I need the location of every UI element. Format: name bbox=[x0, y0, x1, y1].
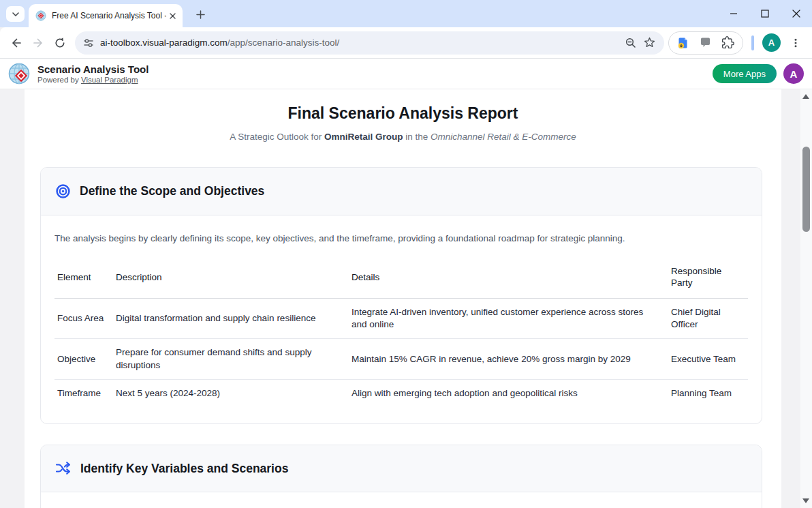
tab-title: Free AI Scenario Analysis Tool - bbox=[52, 11, 166, 20]
section-header: Define the Scope and Objectives bbox=[41, 168, 762, 215]
app-title-block: Scenario Analysis Tool Powered by Visual… bbox=[37, 63, 149, 85]
report-subtitle: A Strategic Outlook for OmniRetail Group… bbox=[25, 132, 781, 142]
app-logo-icon bbox=[8, 62, 31, 85]
table-row: Focus Area Digital transformation and su… bbox=[54, 298, 748, 338]
back-arrow-icon bbox=[10, 37, 22, 49]
subtitle-prefix: A Strategic Outlook for bbox=[230, 132, 324, 142]
tab-close-icon[interactable] bbox=[166, 10, 178, 22]
tab-search-button[interactable] bbox=[6, 6, 25, 22]
cell-element: Focus Area bbox=[54, 298, 113, 338]
url-host: ai-toolbox.visual-paradigm.com bbox=[100, 38, 228, 48]
extensions-pill bbox=[668, 31, 743, 55]
address-bar[interactable]: ai-toolbox.visual-paradigm.com/app/scena… bbox=[75, 31, 664, 55]
subtitle-industry: Omnichannel Retail & E-Commerce bbox=[431, 132, 576, 142]
chat-bubble-extension-icon[interactable] bbox=[700, 37, 711, 48]
section-scope-objectives: Define the Scope and Objectives The anal… bbox=[40, 167, 762, 424]
app-header: Scenario Analysis Tool Powered by Visual… bbox=[0, 59, 812, 89]
app-user-avatar[interactable]: A bbox=[783, 63, 804, 84]
back-button[interactable] bbox=[5, 32, 27, 54]
url-path: /app/scenario-analysis-tool/ bbox=[228, 38, 339, 48]
column-header: Description bbox=[113, 260, 349, 299]
bookmark-star-icon[interactable] bbox=[643, 36, 656, 49]
page-viewport: Final Scenario Analysis Report A Strateg… bbox=[0, 89, 812, 508]
cell-element: Objective bbox=[54, 339, 113, 379]
site-settings-icon[interactable] bbox=[83, 38, 94, 48]
section-title: Define the Scope and Objectives bbox=[80, 184, 264, 198]
report-container: Final Scenario Analysis Report A Strateg… bbox=[25, 89, 781, 508]
cell-description: Next 5 years (2024-2028) bbox=[113, 379, 349, 407]
side-panel-indicator bbox=[751, 35, 754, 50]
section-key-variables: Identify Key Variables and Scenarios Cri… bbox=[40, 445, 762, 508]
powered-by: Powered by Visual Paradigm bbox=[37, 75, 149, 85]
extensions-puzzle-icon[interactable] bbox=[721, 36, 734, 49]
section-body: The analysis begins by clearly defining … bbox=[41, 215, 762, 423]
cell-description: Prepare for consumer demand shifts and s… bbox=[113, 339, 349, 379]
reload-icon bbox=[54, 37, 66, 49]
subtitle-company: OmniRetail Group bbox=[324, 132, 403, 142]
page-title: Final Scenario Analysis Report bbox=[25, 104, 781, 123]
more-apps-button[interactable]: More Apps bbox=[713, 64, 777, 83]
page-scrollbar[interactable] bbox=[800, 89, 812, 508]
cell-details: Maintain 15% CAGR in revenue, achieve 20… bbox=[349, 339, 668, 379]
browser-profile-avatar[interactable]: A bbox=[762, 33, 781, 52]
scrollbar-down-arrow[interactable] bbox=[802, 498, 809, 503]
column-header: Responsible Party bbox=[668, 260, 748, 299]
section-title: Identify Key Variables and Scenarios bbox=[80, 462, 288, 476]
scope-table: Element Description Details Responsible … bbox=[54, 260, 748, 407]
cell-element: Timeframe bbox=[54, 379, 113, 407]
scrollbar-thumb[interactable] bbox=[802, 147, 810, 232]
zoom-out-icon[interactable] bbox=[625, 37, 637, 49]
chevron-down-icon bbox=[12, 10, 20, 18]
powered-by-prefix: Powered by bbox=[37, 76, 81, 84]
section-description: The analysis begins by clearly defining … bbox=[54, 233, 748, 245]
section-header: Identify Key Variables and Scenarios bbox=[41, 445, 762, 492]
cell-responsible: Executive Team bbox=[668, 339, 748, 379]
app-title: Scenario Analysis Tool bbox=[37, 63, 149, 75]
subtitle-middle: in the bbox=[403, 132, 431, 142]
section-body: Critical variables and plausible scenari… bbox=[41, 492, 762, 508]
cell-responsible: Planning Team bbox=[668, 379, 748, 407]
forward-button[interactable] bbox=[27, 32, 49, 54]
column-header: Element bbox=[54, 260, 113, 299]
cell-details: Integrate AI-driven inventory, unified c… bbox=[349, 298, 668, 338]
browser-titlebar: Free AI Scenario Analysis Tool - bbox=[0, 0, 812, 27]
browser-menu-button[interactable] bbox=[785, 32, 807, 54]
header-right: More Apps A bbox=[713, 63, 804, 84]
window-controls bbox=[718, 0, 812, 27]
browser-tab[interactable]: Free AI Scenario Analysis Tool - bbox=[29, 4, 183, 27]
table-row: Timeframe Next 5 years (2024-2028) Align… bbox=[54, 379, 748, 407]
scrollbar-up-arrow[interactable] bbox=[802, 94, 809, 99]
favicon-icon bbox=[35, 10, 46, 21]
url-text[interactable]: ai-toolbox.visual-paradigm.com/app/scena… bbox=[100, 38, 619, 48]
minimize-button[interactable] bbox=[718, 0, 749, 27]
reload-button[interactable] bbox=[49, 32, 71, 54]
browser-toolbar: ai-toolbox.visual-paradigm.com/app/scena… bbox=[0, 27, 812, 59]
target-icon bbox=[55, 183, 71, 199]
maximize-button[interactable] bbox=[749, 0, 781, 27]
table-header-row: Element Description Details Responsible … bbox=[54, 260, 748, 299]
cell-description: Digital transformation and supply chain … bbox=[113, 298, 349, 338]
kebab-menu-icon bbox=[791, 38, 800, 48]
close-button[interactable] bbox=[781, 0, 812, 27]
new-tab-button[interactable] bbox=[192, 6, 208, 23]
docs-offline-extension-icon[interactable] bbox=[677, 37, 689, 49]
visual-paradigm-link[interactable]: Visual Paradigm bbox=[81, 76, 138, 84]
cell-responsible: Chief Digital Officer bbox=[668, 298, 748, 338]
table-row: Objective Prepare for consumer demand sh… bbox=[54, 339, 748, 379]
forward-arrow-icon bbox=[32, 37, 44, 49]
shuffle-icon bbox=[55, 461, 72, 476]
column-header: Details bbox=[349, 260, 668, 299]
cell-details: Align with emerging tech adoption and ge… bbox=[349, 379, 668, 407]
